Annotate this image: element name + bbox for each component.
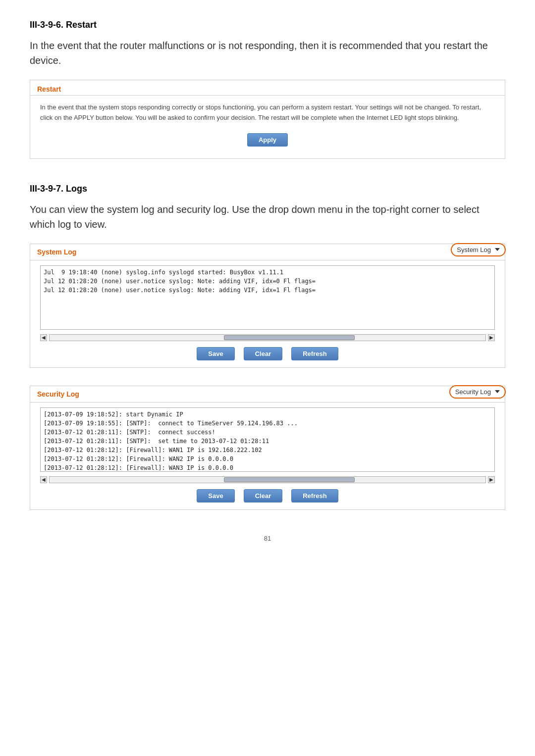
restart-apply-row: Apply (40, 133, 495, 147)
system-log-clear-button[interactable]: Clear (244, 347, 283, 360)
page-number: 81 (264, 535, 271, 542)
page-footer: 81 (30, 535, 505, 542)
system-log-dropdown[interactable]: System Log (451, 243, 506, 256)
security-log-dropdown-label: Security Log (455, 388, 491, 396)
restart-intro: In the event that the router malfunction… (30, 38, 505, 68)
system-log-scrollbar-row: ◀ ▶ (30, 333, 505, 342)
system-log-dropdown-arrow (495, 248, 500, 251)
security-log-dropdown[interactable]: Security Log (449, 385, 506, 399)
system-log-refresh-button[interactable]: Refresh (291, 347, 338, 360)
system-log-textarea-wrap (30, 260, 505, 333)
system-log-scroll-track[interactable] (49, 334, 486, 341)
security-log-panel: Security Log Security Log ◀ ▶ Save Clear… (30, 386, 505, 510)
security-log-scroll-thumb (224, 477, 355, 482)
system-log-scroll-left[interactable]: ◀ (40, 334, 47, 341)
restart-section: III-3-9-6. Restart In the event that the… (30, 20, 505, 159)
restart-heading: III-3-9-6. Restart (30, 20, 505, 30)
security-log-textarea[interactable] (40, 407, 495, 472)
system-log-textarea[interactable] (40, 265, 495, 330)
logs-section: III-3-9-7. Logs You can view the system … (30, 184, 505, 510)
restart-apply-button[interactable]: Apply (247, 133, 288, 147)
logs-intro: You can view the system log and security… (30, 202, 505, 232)
system-log-btn-row: Save Clear Refresh (30, 342, 505, 367)
restart-panel: Restart In the event that the system sto… (30, 80, 505, 159)
security-log-scroll-track[interactable] (49, 476, 486, 483)
logs-heading: III-3-9-7. Logs (30, 184, 505, 194)
security-log-textarea-wrap (30, 403, 505, 475)
system-log-title: System Log (30, 244, 505, 260)
system-log-scroll-right[interactable]: ▶ (488, 334, 495, 341)
security-log-refresh-button[interactable]: Refresh (291, 489, 338, 503)
system-log-panel: System Log System Log ◀ ▶ Save Clear Ref… (30, 244, 505, 368)
system-log-dropdown-label: System Log (457, 246, 491, 253)
security-log-dropdown-arrow (495, 390, 500, 393)
security-log-scroll-right[interactable]: ▶ (488, 476, 495, 483)
restart-panel-desc: In the event that the system stops respo… (40, 102, 495, 123)
security-log-save-button[interactable]: Save (197, 489, 234, 503)
system-log-save-button[interactable]: Save (197, 347, 234, 360)
restart-panel-title: Restart (30, 80, 505, 96)
security-log-scroll-left[interactable]: ◀ (40, 476, 47, 483)
system-log-scroll-thumb (224, 335, 355, 340)
security-log-btn-row: Save Clear Refresh (30, 484, 505, 509)
security-log-clear-button[interactable]: Clear (244, 489, 283, 503)
security-log-title: Security Log (30, 386, 505, 403)
security-log-scrollbar-row: ◀ ▶ (30, 475, 505, 484)
